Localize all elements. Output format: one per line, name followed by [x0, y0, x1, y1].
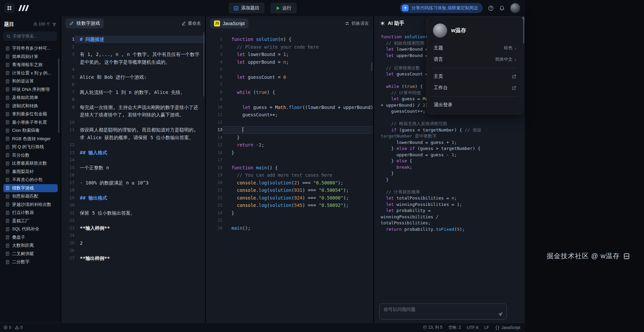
indentation[interactable]: 空格: 2	[448, 325, 461, 330]
sidebar-item-label: 环状 DNA 序列整理	[12, 87, 50, 93]
editor-panel-header: JS JavaScript 切换语言	[206, 16, 373, 31]
code-editor-panel: JS JavaScript 切换语言 1function solution(n)…	[206, 16, 373, 323]
sidebar-item[interactable]: 蛋糕工厂	[3, 217, 58, 225]
problem-scrollbar[interactable]	[203, 32, 204, 97]
sidebar-item[interactable]: SQL 代码补全	[3, 225, 58, 233]
language-tab[interactable]: JS JavaScript	[210, 18, 249, 29]
markdown-line: 6	[61, 81, 205, 89]
document-icon	[5, 112, 10, 116]
code-line: 9	[206, 96, 373, 104]
eol-type[interactable]: LF	[484, 325, 489, 330]
line-number: 20	[206, 179, 222, 187]
sidebar-item[interactable]: 暴雨梨花针	[3, 168, 58, 176]
sidebar-item[interactable]: 打点计数器	[3, 209, 58, 217]
sidebar-item[interactable]: 猜数字游戏	[3, 184, 58, 192]
line-text: 保留 5 位小数输出答案。	[74, 209, 205, 217]
sidebar-item[interactable]: RGB 色值转 Integer	[3, 135, 58, 143]
sidebar-item[interactable]: 及格如此简单	[3, 94, 58, 102]
sidebar-item[interactable]: 二叉树供暖	[3, 250, 58, 258]
sidebar-item-label: 和的逆运算	[12, 78, 34, 84]
warnings-indicator[interactable]: 0	[15, 325, 23, 330]
line-number: 24	[61, 232, 74, 239]
code-text: while (true) {	[222, 89, 373, 96]
sidebar-item[interactable]: 阿 Q 的飞行路线	[3, 143, 58, 151]
sidebar-item[interactable]: 青海湖租车之旅	[3, 61, 58, 69]
sidebar-item[interactable]: 穿越沙漠的补给次数	[3, 201, 58, 209]
cursor-position[interactable]: 行 13, 列 5	[423, 325, 442, 330]
ai-input[interactable]: 你可以问我问题	[379, 303, 507, 320]
menu-item-home[interactable]: 主页	[430, 71, 520, 82]
code-line: 22 console.log(solution(924) === "0.5000…	[206, 194, 373, 202]
problem-tab[interactable]: 猜数字游戏	[65, 18, 104, 29]
user-avatar[interactable]	[510, 3, 520, 13]
line-number: 3	[61, 51, 74, 66]
sidebar-item[interactable]: 字符串有多少种可...	[3, 44, 58, 53]
code-text: }	[222, 149, 373, 157]
sidebar-item[interactable]: 百分位数	[3, 151, 58, 160]
line-text: 2	[74, 239, 205, 247]
line-number: 18	[206, 164, 222, 172]
menu-item-language[interactable]: 语言 简体中文 ›	[430, 54, 520, 65]
code-text: return -2;	[222, 141, 373, 149]
code-line: 13	[206, 126, 373, 134]
document-icon	[5, 219, 10, 223]
filter-icon[interactable]	[52, 22, 56, 26]
code-text	[222, 126, 373, 134]
sidebar-item-label: 百分位数	[12, 152, 30, 158]
line-number: 13	[206, 126, 222, 134]
code-line: 4 let upperBound = n;	[206, 58, 373, 66]
sidebar-item[interactable]: Cion 勒索病毒	[3, 126, 58, 135]
line-text: ## 输出格式	[74, 194, 205, 202]
sidebar-item[interactable]: 不再贪心的小包	[3, 176, 58, 184]
markdown-line: 21保留 5 位小数输出答案。	[61, 209, 205, 217]
ai-panel-title: AI 助手	[388, 20, 404, 26]
line-number: 14	[61, 156, 74, 164]
code-editor[interactable]: 1function solution(n) {2 // Please write…	[206, 31, 373, 323]
chevron-right-icon: ›	[515, 57, 516, 62]
sidebar-item[interactable]: 拿到最多红包金额	[3, 110, 58, 118]
brand-logo[interactable]	[19, 5, 28, 11]
rename-button[interactable]: 重命名	[181, 20, 201, 26]
sidebar-item[interactable]: 环状 DNA 序列整理	[3, 86, 58, 94]
document-icon	[5, 104, 10, 108]
sidebar-item[interactable]: 二分数字	[3, 258, 58, 266]
line-number: 11	[61, 126, 74, 141]
sidebar-item[interactable]: 进制式和转换	[3, 102, 58, 110]
encoding[interactable]: UTF-8	[467, 325, 478, 330]
sidebar-item[interactable]: 比赛最高获胜次数	[3, 159, 58, 168]
ai-code-line: let totalPossibilities = n;	[381, 195, 484, 202]
sidebar-item[interactable]: 计算位置 x 到 y 的...	[3, 69, 58, 77]
code-line: 1function solution(n) {	[206, 36, 373, 43]
markdown-line: 5Alice 和 Bob 进行一个游戏:	[61, 73, 205, 81]
code-line: 8 while (true) {	[206, 89, 373, 96]
app-menu-button[interactable]	[5, 3, 14, 13]
menu-item-logout[interactable]: 退出登录	[430, 99, 520, 111]
sidebar-item[interactable]: 大数和距离	[3, 241, 58, 250]
sidebar-item[interactable]: 叠盘子	[3, 233, 58, 242]
sidebar-item[interactable]: 创意标题匹配	[3, 192, 58, 201]
sidebar-item[interactable]: 简单四则计算	[3, 53, 58, 61]
problem-description[interactable]: 1# 问题描述23有 1, 2,..., n , n 个数字, 其中有且仅有一个…	[61, 31, 205, 323]
code-text: function main() {	[222, 164, 373, 172]
code-line: 23 console.log(solution(545) === "0.5009…	[206, 202, 373, 209]
promo-banner[interactable]: 分享代码练习体验,领限量定制周边	[400, 3, 483, 13]
help-icon[interactable]	[488, 5, 494, 11]
menu-item-theme[interactable]: 主题 暗色 ›	[430, 42, 520, 54]
switch-language-button[interactable]: 切换语言	[345, 20, 369, 26]
code-text	[222, 156, 373, 164]
search-input[interactable]	[13, 34, 54, 39]
menu-item-workspace[interactable]: 工作台	[430, 82, 520, 94]
editor-scrollbar[interactable]	[371, 62, 372, 71]
search-box[interactable]	[3, 32, 57, 41]
send-icon[interactable]	[498, 312, 503, 317]
app-window: 添加题目 运行 分享代码练习体验,领限量定制周边	[0, 0, 525, 332]
add-problem-button[interactable]: 添加题目	[228, 3, 264, 13]
sidebar-scrollbar[interactable]	[58, 58, 59, 133]
sidebar-item[interactable]: 和的逆运算	[3, 77, 58, 86]
problems-indicator[interactable]: 0	[3, 325, 11, 330]
sidebar: 题目 共 100 个 字符串有多少种可...简单四则计算青海湖租车之旅计算位置 …	[0, 16, 60, 323]
sidebar-item[interactable]: 最小替换子串长度	[3, 118, 58, 127]
bell-icon[interactable]	[499, 5, 505, 11]
language-mode[interactable]: {} JavaScript	[495, 325, 520, 330]
run-button[interactable]: 运行	[270, 3, 297, 13]
